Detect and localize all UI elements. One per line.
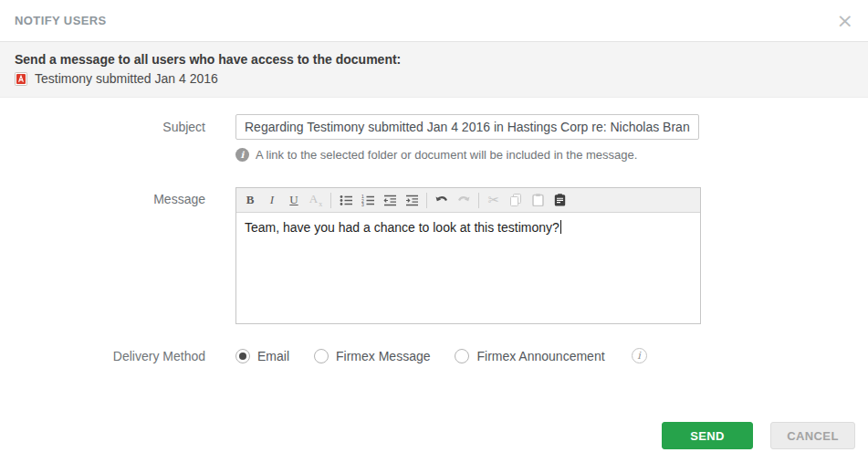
dialog-title: NOTIFY USERS xyxy=(15,14,107,27)
radio-firmex-message[interactable]: Firmex Message xyxy=(314,349,430,363)
notice-text: Send a message to all users who have acc… xyxy=(15,52,853,67)
delivery-method-label: Delivery Method xyxy=(0,349,205,363)
document-row: Testimony submitted Jan 4 2016 xyxy=(15,71,853,86)
toolbar-separator xyxy=(478,193,479,208)
subject-row: Subject xyxy=(0,114,868,140)
subject-note-text: A link to the selected folder or documen… xyxy=(256,148,637,162)
radio-icon xyxy=(314,349,329,363)
copy-icon[interactable] xyxy=(506,191,526,210)
subject-input[interactable] xyxy=(235,114,699,140)
dialog-footer: SEND CANCEL xyxy=(662,422,855,449)
outdent-icon[interactable] xyxy=(380,191,400,210)
radio-selected-icon xyxy=(235,349,250,363)
notify-users-dialog: NOTIFY USERS × Send a message to all use… xyxy=(0,0,868,463)
document-name: Testimony submitted Jan 4 2016 xyxy=(35,71,218,86)
cut-icon[interactable]: ✂ xyxy=(484,191,504,210)
message-label: Message xyxy=(0,187,205,324)
message-body[interactable]: Team, have you had a chance to look at t… xyxy=(236,213,700,323)
numbered-list-icon[interactable]: 1 2 3 xyxy=(358,191,378,210)
paste-icon[interactable] xyxy=(528,191,548,210)
radio-email[interactable]: Email xyxy=(235,349,289,363)
radio-firmex-announcement[interactable]: Firmex Announcement xyxy=(455,349,604,363)
subject-label: Subject xyxy=(0,120,205,134)
message-text: Team, have you had a chance to look at t… xyxy=(245,220,559,235)
bullet-list-icon[interactable] xyxy=(336,191,356,210)
subject-note-row: i A link to the selected folder or docum… xyxy=(0,148,868,162)
redo-icon[interactable] xyxy=(454,191,474,210)
delivery-options: Email Firmex Message Firmex Announcement… xyxy=(235,348,647,363)
italic-icon[interactable]: I xyxy=(262,191,282,210)
send-button[interactable]: SEND xyxy=(662,422,753,449)
indent-icon[interactable] xyxy=(402,191,422,210)
message-editor: B I U Ax 1 2 3 xyxy=(235,187,701,324)
toolbar-separator xyxy=(330,193,331,208)
delivery-info-icon[interactable]: i xyxy=(632,348,647,363)
bold-icon[interactable]: B xyxy=(240,191,260,210)
text-caret xyxy=(560,220,561,234)
remove-format-icon[interactable]: Ax xyxy=(306,191,326,210)
pdf-icon xyxy=(15,72,27,86)
radio-icon xyxy=(455,349,469,363)
toolbar-separator xyxy=(426,193,427,208)
underline-icon[interactable]: U xyxy=(284,191,304,210)
editor-toolbar: B I U Ax 1 2 3 xyxy=(236,188,700,213)
close-icon[interactable]: × xyxy=(837,11,853,31)
info-icon: i xyxy=(235,148,249,162)
cancel-button[interactable]: CANCEL xyxy=(770,422,855,449)
svg-text:3: 3 xyxy=(361,202,364,206)
paste-special-icon[interactable] xyxy=(549,191,570,210)
delivery-method-row: Delivery Method Email Firmex Message Fir… xyxy=(0,348,868,363)
dialog-header: NOTIFY USERS × xyxy=(0,0,868,42)
notice-band: Send a message to all users who have acc… xyxy=(0,42,868,98)
subject-note: i A link to the selected folder or docum… xyxy=(235,148,637,162)
undo-icon[interactable] xyxy=(432,191,452,210)
message-row: Message B I U Ax 1 xyxy=(0,187,868,324)
